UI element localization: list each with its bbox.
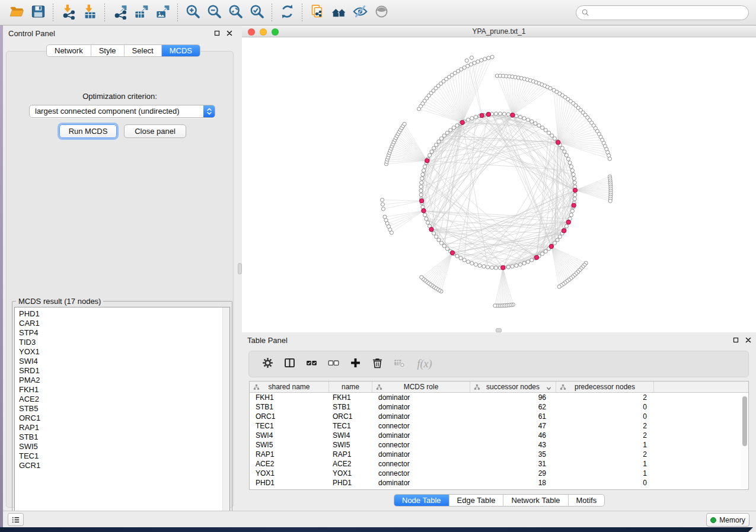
network-node[interactable] [462, 258, 466, 262]
mcds-node[interactable] [429, 227, 433, 232]
network-node[interactable] [437, 238, 441, 242]
run-mcds-button[interactable]: Run MCDS [59, 124, 117, 138]
mcds-node[interactable] [460, 120, 464, 124]
network-node[interactable] [449, 129, 452, 132]
network-node[interactable] [423, 213, 427, 217]
network-node[interactable] [530, 258, 534, 262]
network-node[interactable] [573, 193, 577, 197]
network-node[interactable] [419, 193, 423, 197]
group-nodes-button[interactable] [328, 2, 349, 23]
network-node[interactable] [486, 265, 490, 269]
network-node[interactable] [425, 217, 428, 220]
export-table-button[interactable] [130, 2, 152, 23]
mcds-node[interactable] [486, 112, 490, 116]
vertical-splitter-grip[interactable] [238, 263, 242, 274]
network-node[interactable] [518, 262, 522, 266]
network-node[interactable] [478, 264, 481, 267]
network-node[interactable] [476, 60, 480, 63]
network-node[interactable] [553, 241, 556, 245]
table-row[interactable]: RAP1RAP1dominator352 [250, 450, 748, 459]
mcds-result-item[interactable]: FKH1 [15, 385, 229, 395]
horizontal-splitter-grip[interactable] [496, 328, 502, 332]
network-node[interactable] [553, 137, 556, 140]
mcds-result-item[interactable]: PHD1 [15, 309, 229, 319]
save-session-button[interactable] [27, 2, 49, 23]
mcds-node[interactable] [419, 198, 423, 203]
mcds-result-item[interactable]: SWI5 [15, 442, 229, 451]
mcds-result-item[interactable]: ACE2 [15, 395, 229, 404]
network-node[interactable] [515, 264, 518, 267]
network-node[interactable] [381, 207, 385, 211]
mcds-result-item[interactable]: GCR1 [15, 461, 229, 470]
network-node[interactable] [566, 157, 570, 161]
mcds-result-item[interactable]: STB5 [15, 404, 229, 414]
network-node[interactable] [430, 150, 433, 153]
network-node[interactable] [526, 118, 529, 121]
network-node[interactable] [428, 153, 432, 157]
network-node[interactable] [544, 129, 547, 132]
network-node[interactable] [482, 265, 486, 268]
network-node[interactable] [419, 189, 423, 193]
network-node[interactable] [534, 121, 537, 125]
column-header-predecessor-nodes[interactable]: predecessor nodes [556, 382, 654, 392]
network-node[interactable] [473, 61, 476, 65]
network-node[interactable] [445, 131, 449, 134]
network-node[interactable] [466, 260, 470, 264]
new-network-from-selection-button[interactable] [307, 2, 328, 23]
network-node[interactable] [547, 131, 551, 134]
network-node[interactable] [420, 275, 423, 279]
column-header-name[interactable]: name [329, 382, 372, 392]
unselect-all-columns-button[interactable] [324, 355, 342, 374]
network-node[interactable] [502, 112, 506, 116]
table-row[interactable]: ACE2ACE2connector311 [250, 459, 748, 469]
tab-edge-table[interactable]: Edge Table [449, 495, 503, 506]
tab-select[interactable]: Select [124, 45, 161, 56]
mcds-node[interactable] [573, 188, 577, 192]
mcds-node[interactable] [562, 229, 566, 233]
tab-network-table[interactable]: Network Table [503, 495, 567, 506]
network-node[interactable] [550, 134, 554, 137]
sort-chevron-icon[interactable] [546, 384, 551, 390]
hide-graphics-details-button[interactable] [349, 2, 371, 23]
float-window-icon[interactable] [213, 30, 221, 37]
mcds-result-item[interactable]: PMA2 [15, 376, 229, 385]
column-header-successor-nodes[interactable]: successor nodes [470, 382, 556, 392]
mcds-node[interactable] [572, 203, 576, 207]
delete-columns-button[interactable] [368, 355, 386, 374]
network-node[interactable] [498, 112, 502, 116]
network-node[interactable] [560, 146, 564, 150]
network-node[interactable] [383, 215, 387, 219]
network-node[interactable] [474, 115, 477, 118]
network-node[interactable] [563, 150, 566, 153]
network-canvas[interactable] [242, 37, 756, 332]
network-node[interactable] [445, 247, 449, 251]
network-node[interactable] [432, 232, 436, 235]
tab-motifs[interactable]: Motifs [568, 495, 605, 506]
network-node[interactable] [548, 86, 552, 90]
network-node[interactable] [557, 285, 561, 289]
close-panel-icon[interactable] [226, 30, 233, 37]
mcds-result-item[interactable]: TEC1 [15, 451, 229, 461]
network-node[interactable] [572, 172, 575, 176]
list-scrollbar-track[interactable] [222, 307, 229, 520]
memory-button[interactable]: Memory [706, 513, 749, 527]
network-node[interactable] [537, 124, 541, 127]
level-of-detail-button[interactable] [371, 2, 392, 23]
network-node[interactable] [608, 199, 612, 203]
network-node[interactable] [470, 117, 474, 120]
mcds-result-list[interactable]: PHD1CAR1STP4TID3YOX1SWI4SRD1PMA2FKH1ACE2… [14, 307, 230, 520]
network-node[interactable] [455, 254, 459, 258]
network-node[interactable] [480, 59, 483, 62]
network-node[interactable] [459, 257, 462, 260]
settings-button[interactable] [259, 355, 276, 374]
tab-node-table[interactable]: Node Table [394, 495, 449, 506]
network-node[interactable] [420, 177, 424, 180]
network-node[interactable] [570, 209, 574, 213]
network-node[interactable] [494, 266, 497, 270]
table-scrollbar[interactable] [741, 393, 748, 489]
network-node[interactable] [403, 122, 406, 126]
network-node[interactable] [465, 59, 468, 62]
network-node[interactable] [608, 157, 611, 161]
search-input[interactable] [589, 8, 744, 17]
tab-network[interactable]: Network [47, 45, 91, 56]
